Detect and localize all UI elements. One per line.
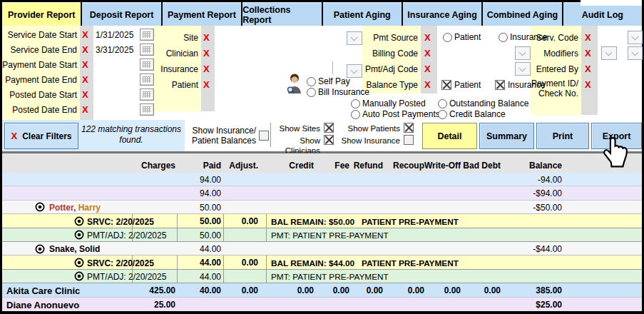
chevron-down-icon[interactable] bbox=[628, 31, 643, 44]
paid-cell: 94.00 bbox=[200, 188, 221, 198]
detail-button[interactable]: Detail bbox=[422, 123, 477, 149]
clear-billing-code[interactable]: X bbox=[424, 48, 431, 59]
service-row[interactable]: SRVC: 2/20/2025 50.00 0.00 BAL REMAIN: $… bbox=[2, 214, 642, 228]
credit-balance-radio[interactable] bbox=[438, 110, 447, 119]
paid-cell: 44.00 bbox=[200, 244, 221, 254]
table-header: Charges Paid Adjust. Credit Fee Refund R… bbox=[2, 153, 642, 173]
col-writeoff: Write-Off bbox=[424, 161, 461, 171]
clear-serv-code[interactable]: X bbox=[585, 32, 591, 43]
clear-posted-date-end[interactable]: X bbox=[82, 104, 88, 115]
pmt-source-insurance-radio[interactable] bbox=[499, 33, 508, 42]
clear-payment-id[interactable]: X bbox=[585, 79, 591, 90]
calendar-icon[interactable] bbox=[140, 103, 154, 116]
insurance-label: Insurance bbox=[152, 64, 198, 74]
service-row[interactable]: SRVC: 2/20/2025 44.00 0.00 BAL REMAIN: $… bbox=[2, 255, 642, 269]
clear-posted-date-start[interactable]: X bbox=[82, 89, 88, 100]
summary-button[interactable]: Summary bbox=[479, 123, 534, 149]
outstanding-balance-radio[interactable] bbox=[438, 99, 447, 108]
clear-x-icon: X bbox=[11, 131, 17, 141]
print-button[interactable]: Print bbox=[536, 123, 589, 149]
bill-insurance-radio[interactable] bbox=[307, 88, 316, 97]
paid-cell: 94.00 bbox=[200, 175, 221, 185]
clear-service-date-start[interactable]: X bbox=[82, 29, 88, 40]
service-date-start-value[interactable]: 1/31/2025 bbox=[96, 30, 133, 40]
calendar-icon[interactable] bbox=[140, 88, 154, 101]
chevron-down-icon[interactable] bbox=[628, 46, 643, 60]
tab-payment-report[interactable]: Payment Report bbox=[163, 2, 241, 26]
writeoff-cell: 0.00 bbox=[444, 285, 461, 295]
tab-insurance-aging[interactable]: Insurance Aging bbox=[403, 2, 481, 26]
paid-cell: 50.00 bbox=[200, 203, 221, 213]
balance-type-insurance-checkbox[interactable] bbox=[495, 80, 505, 90]
service-date-end-value[interactable]: 3/31/2025 bbox=[96, 45, 133, 55]
table-row[interactable]: 94.00 -$94.00 bbox=[2, 186, 642, 200]
patient-row[interactable]: Snake, Solid 44.00 -$44.00 bbox=[2, 242, 642, 255]
clinic-total-row[interactable]: Akita Care Clinic 425.00 40.00 0.00 0.00… bbox=[2, 283, 642, 297]
eye-icon[interactable] bbox=[35, 244, 45, 256]
clear-service-date-end[interactable]: X bbox=[82, 44, 88, 55]
clinician-total-row[interactable]: Diane Anonuevo 25.00 $25.00 bbox=[2, 298, 642, 311]
clear-patient[interactable]: X bbox=[203, 79, 210, 90]
eye-icon[interactable] bbox=[74, 271, 84, 283]
clinician-name: Diane Anonuevo bbox=[6, 300, 79, 310]
pmt-source-patient-radio[interactable] bbox=[443, 33, 452, 42]
window-corner bbox=[581, 0, 642, 6]
eye-icon[interactable] bbox=[35, 202, 45, 214]
tab-deposit-report[interactable]: Deposit Report bbox=[82, 2, 160, 26]
posted-date-start-label: Posted Date Start bbox=[2, 90, 77, 100]
clear-payment-date-end[interactable]: X bbox=[82, 74, 88, 85]
payment-row[interactable]: PMT/ADJ: 2/20/2025 50.00 PMT: PATIENT PR… bbox=[2, 228, 642, 242]
payment-label: PMT/ADJ: 2/20/2025 bbox=[87, 272, 166, 282]
col-recoup: Recoup bbox=[393, 161, 424, 171]
billing-code-label: Billing Code bbox=[362, 49, 418, 59]
clear-balance-type[interactable]: X bbox=[424, 79, 431, 90]
show-clinicians-checkbox[interactable] bbox=[324, 135, 334, 145]
col-charges: Charges bbox=[141, 161, 175, 171]
manually-posted-label: Manually Posted bbox=[362, 98, 426, 108]
show-patients-checkbox[interactable] bbox=[404, 123, 414, 133]
tab-combined-aging[interactable]: Combined Aging bbox=[483, 2, 561, 26]
col-credit: Credit bbox=[289, 161, 314, 171]
patient-row[interactable]: Potter, Harry 50.00 -$50.00 bbox=[2, 201, 642, 214]
clear-insurance[interactable]: X bbox=[203, 64, 210, 74]
tab-provider-report[interactable]: Provider Report bbox=[2, 2, 81, 26]
tab-patient-aging[interactable]: Patient Aging bbox=[323, 2, 402, 26]
show-sites-checkbox[interactable] bbox=[324, 123, 334, 133]
app-window: Provider Report Deposit Report Payment R… bbox=[0, 0, 644, 314]
table-row[interactable]: 94.00 -94.00 bbox=[2, 173, 642, 186]
manually-posted-radio[interactable] bbox=[351, 99, 360, 108]
patient-search-icon bbox=[287, 73, 302, 96]
filter-panel: Service Date Start X 1/31/2025 Service D… bbox=[2, 26, 642, 120]
clear-payment-date-start[interactable]: X bbox=[82, 59, 88, 70]
col-fee: Fee bbox=[334, 161, 349, 171]
export-button[interactable]: Export bbox=[591, 123, 642, 149]
balance-cell: -$94.00 bbox=[533, 188, 562, 198]
chevron-down-icon[interactable] bbox=[515, 62, 531, 76]
balance-type-patient-checkbox[interactable] bbox=[441, 80, 451, 90]
charges-cell: 425.00 bbox=[149, 285, 175, 295]
chevron-down-icon[interactable] bbox=[347, 31, 362, 45]
payment-row[interactable]: PMT/ADJ: 2/20/2025 44.00 PMT: PATIENT PR… bbox=[2, 270, 642, 283]
payment-date-start-label: Payment Date Start bbox=[2, 60, 77, 70]
modifiers-label: Modifiers bbox=[531, 49, 578, 59]
clear-pmt-adj-code[interactable]: X bbox=[424, 64, 431, 74]
clear-site[interactable]: X bbox=[203, 32, 210, 43]
refund-cell: 0.00 bbox=[367, 285, 383, 295]
eye-icon[interactable] bbox=[74, 230, 84, 242]
auto-post-payments-radio[interactable] bbox=[351, 110, 360, 119]
clear-clinician[interactable]: X bbox=[203, 48, 210, 59]
credit-cell: 0.00 bbox=[297, 285, 314, 295]
clear-entered-by[interactable]: X bbox=[585, 64, 591, 74]
eye-icon[interactable] bbox=[74, 258, 84, 270]
serv-code-label: Serv. Code bbox=[531, 33, 578, 43]
service-label: SRVC: 2/20/2025 bbox=[87, 217, 154, 227]
self-pay-radio[interactable] bbox=[307, 77, 316, 86]
chevron-down-icon[interactable] bbox=[601, 46, 617, 60]
show-insurance-checkbox[interactable] bbox=[404, 135, 414, 145]
clear-modifiers[interactable]: X bbox=[585, 48, 591, 59]
eye-icon[interactable] bbox=[74, 216, 84, 228]
chevron-down-icon[interactable] bbox=[515, 46, 531, 60]
tab-collections-report[interactable]: Collections Report bbox=[242, 2, 321, 26]
clear-pmt-source[interactable]: X bbox=[424, 32, 431, 43]
clear-filters-button[interactable]: X Clear Filters bbox=[4, 123, 78, 149]
